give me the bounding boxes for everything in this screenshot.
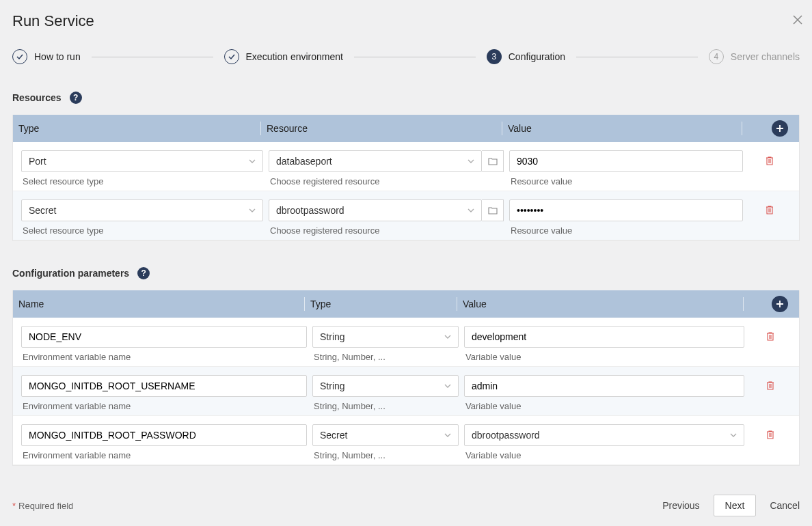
col-type: Type <box>13 123 260 134</box>
step-num: 4 <box>709 49 724 64</box>
param-row: Environment variable name Secret String,… <box>13 416 799 465</box>
cancel-button[interactable]: Cancel <box>770 500 800 511</box>
required-field-note: *Required field <box>12 501 73 511</box>
param-type-select[interactable]: String <box>312 375 459 397</box>
param-value-select[interactable]: dbrootpassword <box>464 424 744 446</box>
step-num: 3 <box>487 49 502 64</box>
delete-row-button[interactable] <box>747 424 794 460</box>
resource-type-select[interactable]: Secret <box>21 199 263 221</box>
param-value-input[interactable] <box>464 326 744 348</box>
trash-icon <box>766 380 775 391</box>
resource-row: Secret Select resource type dbrootpasswo… <box>13 191 799 240</box>
check-icon <box>224 49 239 64</box>
trash-icon <box>765 155 774 166</box>
chevron-down-icon <box>730 433 737 437</box>
col-type: Type <box>305 299 457 309</box>
previous-button[interactable]: Previous <box>662 500 699 511</box>
add-param-button[interactable] <box>772 296 788 312</box>
check-icon <box>12 49 27 64</box>
step-configuration[interactable]: 3 Configuration <box>487 49 565 64</box>
chevron-down-icon <box>468 208 474 212</box>
col-value: Value <box>457 299 743 309</box>
step-divider <box>92 57 213 57</box>
delete-row-button[interactable] <box>747 326 794 362</box>
step-server-channels[interactable]: 4 Server channels <box>709 49 800 64</box>
help-icon[interactable]: ? <box>70 92 82 104</box>
close-icon[interactable] <box>793 15 802 27</box>
trash-icon <box>766 331 775 342</box>
chevron-down-icon <box>468 159 474 163</box>
resources-table: Type Resource Value Port Select res <box>12 115 800 241</box>
resource-name-select[interactable]: databaseport <box>269 150 482 172</box>
run-service-modal: Run Service How to run Execution environ… <box>0 0 812 526</box>
resources-header: Type Resource Value <box>13 115 799 142</box>
params-header: Name Type Value <box>13 290 799 318</box>
step-how-to-run[interactable]: How to run <box>12 49 81 64</box>
add-resource-button[interactable] <box>772 120 788 137</box>
delete-row-button[interactable] <box>746 150 794 186</box>
folder-icon <box>488 206 498 214</box>
chevron-down-icon <box>444 335 451 339</box>
col-name: Name <box>13 299 304 309</box>
resource-name-select[interactable]: dbrootpassword <box>269 199 482 221</box>
folder-icon <box>488 157 498 165</box>
param-name-input[interactable] <box>21 424 307 446</box>
step-divider <box>354 57 476 57</box>
param-row: Environment variable name String String,… <box>13 318 799 367</box>
params-section-title: Configuration parameters ? <box>12 267 800 279</box>
next-button[interactable]: Next <box>714 495 757 516</box>
resource-value-input[interactable] <box>509 199 743 221</box>
chevron-down-icon <box>249 208 256 212</box>
help-icon[interactable]: ? <box>137 267 150 279</box>
step-execution-environment[interactable]: Execution environment <box>224 49 343 64</box>
resources-section-title: Resources ? <box>12 92 800 104</box>
page-title: Run Service <box>12 12 800 30</box>
param-value-input[interactable] <box>464 375 744 397</box>
chevron-down-icon <box>444 384 451 388</box>
param-type-select[interactable]: Secret <box>312 424 459 446</box>
params-table: Name Type Value Environment variable nam… <box>12 290 800 466</box>
step-divider <box>576 57 698 57</box>
resource-row: Port Select resource type databaseport <box>13 142 799 191</box>
chevron-down-icon <box>249 159 256 163</box>
resource-type-select[interactable]: Port <box>21 150 263 172</box>
param-type-select[interactable]: String <box>312 326 459 348</box>
param-name-input[interactable] <box>21 375 307 397</box>
browse-resource-button[interactable] <box>482 199 504 221</box>
param-row: Environment variable name String String,… <box>13 367 799 416</box>
chevron-down-icon <box>444 433 451 437</box>
resource-value-input[interactable] <box>509 150 743 172</box>
wizard-stepper: How to run Execution environment 3 Confi… <box>12 49 800 64</box>
trash-icon <box>766 429 775 440</box>
param-name-input[interactable] <box>21 326 307 348</box>
col-resource: Resource <box>261 123 502 134</box>
wizard-footer: *Required field Previous Next Cancel <box>12 495 800 516</box>
browse-resource-button[interactable] <box>482 150 504 172</box>
trash-icon <box>765 204 774 215</box>
col-value: Value <box>502 123 742 134</box>
delete-row-button[interactable] <box>747 375 794 411</box>
delete-row-button[interactable] <box>746 199 794 236</box>
